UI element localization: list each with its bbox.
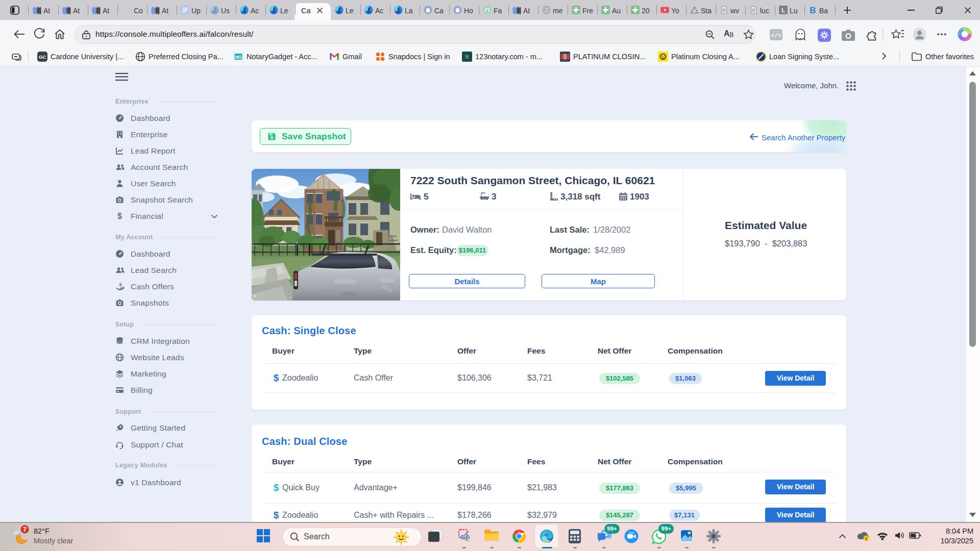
svg-text:B: B bbox=[810, 6, 816, 14]
svg-text:12: 12 bbox=[464, 54, 469, 58]
svg-text:GC: GC bbox=[39, 54, 46, 60]
svg-text:$: $ bbox=[274, 482, 279, 493]
svg-text:zoom: zoom bbox=[628, 532, 634, 534]
svg-text:L: L bbox=[781, 7, 785, 13]
svg-text:$: $ bbox=[119, 282, 121, 287]
svg-text:!: ! bbox=[866, 536, 867, 541]
svg-text:le: le bbox=[253, 293, 257, 298]
svg-text:$: $ bbox=[274, 372, 279, 383]
svg-text:$: $ bbox=[117, 212, 122, 220]
svg-text:NG: NG bbox=[235, 55, 242, 60]
svg-text:</>: </> bbox=[771, 33, 781, 39]
svg-text:$: $ bbox=[274, 510, 279, 520]
